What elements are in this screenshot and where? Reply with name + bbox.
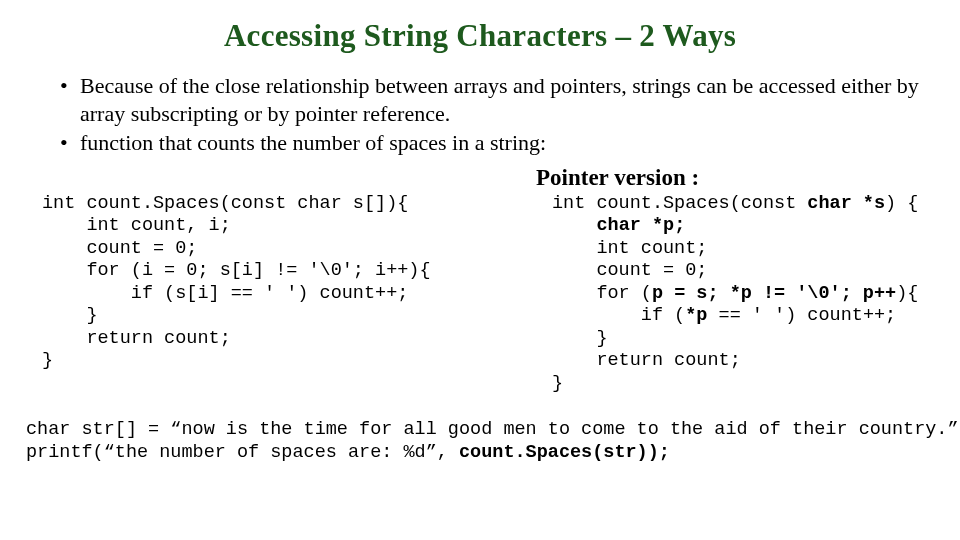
bullet-list: Because of the close relationship betwee… bbox=[60, 72, 924, 157]
code-line: == ' ') count++; bbox=[707, 305, 896, 326]
code-bold: *p bbox=[685, 305, 707, 326]
code-line: for (i = 0; s[i] != '\0'; i++){ bbox=[42, 260, 431, 281]
code-line: } bbox=[552, 373, 563, 394]
code-bold: p = s; *p != '\0'; p++ bbox=[652, 283, 896, 304]
code-line: if ( bbox=[552, 305, 685, 326]
code-line: printf(“the number of spaces are: %d”, bbox=[26, 442, 459, 463]
code-line: } bbox=[552, 328, 608, 349]
code-line: int count; bbox=[552, 238, 707, 259]
code-line: count = 0; bbox=[552, 260, 707, 281]
code-line: ) { bbox=[885, 193, 918, 214]
code-line: } bbox=[42, 350, 53, 371]
code-array-version: int count.Spaces(const char s[]){ int co… bbox=[42, 193, 522, 374]
code-line: return count; bbox=[42, 328, 231, 349]
code-line: for ( bbox=[552, 283, 652, 304]
code-line: count = 0; bbox=[42, 238, 197, 259]
code-line: if (s[i] == ' ') count++; bbox=[42, 283, 408, 304]
code-line: } bbox=[42, 305, 98, 326]
code-columns: int count.Spaces(const char s[]){ int co… bbox=[36, 193, 924, 396]
code-bold: count.Spaces(str)); bbox=[459, 442, 670, 463]
bullet-item: function that counts the number of space… bbox=[60, 129, 924, 157]
code-line: ){ bbox=[896, 283, 918, 304]
code-line: int count, i; bbox=[42, 215, 231, 236]
code-usage-example: char str[] = “now is the time for all go… bbox=[26, 418, 924, 464]
code-line: return count; bbox=[552, 350, 741, 371]
code-bold: char *p; bbox=[596, 215, 685, 236]
pointer-version-heading: Pointer version : bbox=[536, 165, 924, 191]
code-line: int count.Spaces(const bbox=[552, 193, 807, 214]
code-line bbox=[552, 215, 596, 236]
code-pointer-version: int count.Spaces(const char *s) { char *… bbox=[552, 193, 924, 396]
code-line: char str[] = “now is the time for all go… bbox=[26, 419, 960, 440]
slide-title: Accessing String Characters – 2 Ways bbox=[36, 18, 924, 54]
bullet-item: Because of the close relationship betwee… bbox=[60, 72, 924, 127]
code-bold: char *s bbox=[807, 193, 885, 214]
code-line: int count.Spaces(const char s[]){ bbox=[42, 193, 408, 214]
